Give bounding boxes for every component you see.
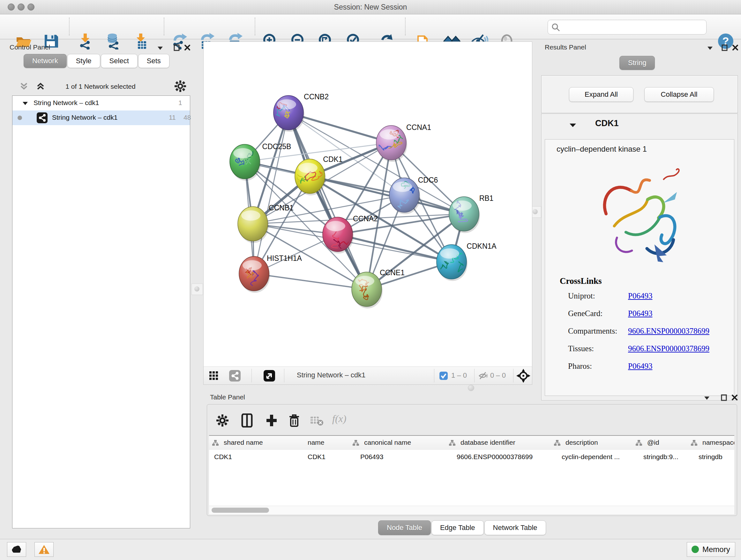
network-view-title: String Network – cdk1 <box>297 371 365 379</box>
network-node-CDKN1A[interactable] <box>436 245 468 281</box>
tab-network-table[interactable]: Network Table <box>484 520 546 535</box>
memory-button[interactable]: Memory <box>687 542 735 557</box>
tab-node-table[interactable]: Node Table <box>378 520 431 535</box>
table-panel-title: Table Panel <box>210 393 245 401</box>
results-panel-menu-icon[interactable] <box>706 45 714 52</box>
table-settings-gear-icon[interactable] <box>216 414 229 428</box>
separator <box>252 369 252 382</box>
string-view-icon[interactable] <box>229 370 241 383</box>
node-label-HIST1H1A: HIST1H1A <box>267 254 302 262</box>
expand-all-button[interactable]: Expand All <box>569 87 633 102</box>
hidden-eye-icon <box>478 371 488 381</box>
network-node-HIST1H1A[interactable] <box>239 256 270 293</box>
network-edge-HIST1H1A-CCNE1[interactable] <box>254 273 367 289</box>
table-cell[interactable]: CDK1 <box>209 450 297 463</box>
results-entry-box: CDK1 cyclin–dependent kinase 1 <box>541 114 738 400</box>
table-cell[interactable]: stringdb <box>688 450 734 463</box>
network-node-CDK1[interactable] <box>292 159 326 195</box>
birdseye-view-icon[interactable] <box>264 370 275 383</box>
tab-select[interactable]: Select <box>101 54 138 68</box>
column-header--id[interactable]: @id <box>632 436 688 450</box>
tab-edge-table[interactable]: Edge Table <box>431 520 484 535</box>
selected-checkbox-icon[interactable] <box>439 371 448 381</box>
function-builder-icon[interactable]: f(x) <box>332 413 346 425</box>
results-panel-close-icon[interactable] <box>732 44 739 52</box>
tab-network[interactable]: Network <box>23 54 67 68</box>
search-input[interactable] <box>562 21 704 34</box>
node-label-CCNA2: CCNA2 <box>353 214 378 223</box>
column-header-label: description <box>565 439 598 446</box>
table-cell[interactable]: stringdb:9... <box>632 450 688 463</box>
left-splitter-handle[interactable] <box>192 284 203 295</box>
table-cell[interactable]: 9606.ENSP00000378699 <box>446 450 551 463</box>
table-panel-float-icon[interactable] <box>720 394 728 403</box>
search-field[interactable] <box>548 20 706 35</box>
network-edge-CCNB2-CCNE1[interactable] <box>288 113 367 289</box>
network-list: String Network – cdk1 1 String Network –… <box>12 96 190 528</box>
entry-gene-name: CDK1 <box>595 118 619 128</box>
column-header-description[interactable]: description <box>551 436 633 450</box>
table-cell[interactable]: cyclin-dependent ... <box>551 450 632 463</box>
crosslink-link[interactable]: P06493 <box>628 362 652 371</box>
column-header-namespace[interactable]: namespace <box>688 436 734 450</box>
crosslink-link[interactable]: P06493 <box>628 309 652 318</box>
control-panel-float-icon[interactable] <box>173 44 181 53</box>
scrollbar-thumb[interactable] <box>212 508 269 513</box>
status-bar: Memory <box>0 539 741 560</box>
table-cell[interactable]: CDK1 <box>297 450 349 463</box>
table-horizontal-scrollbar[interactable] <box>209 506 734 514</box>
cloud-button[interactable] <box>7 542 26 557</box>
network-node-CCNB2[interactable] <box>270 96 305 132</box>
grid-view-icon[interactable] <box>209 371 218 381</box>
network-node-RB1[interactable] <box>449 197 480 233</box>
network-row[interactable]: String Network – cdk1 11 48 <box>12 111 190 125</box>
tree-expand-icon[interactable] <box>22 101 28 107</box>
network-canvas[interactable]: CCNB2CCNA1CDC25BCDK1CDC6RB1CCNB1CCNA2CDK… <box>203 42 532 367</box>
network-collection-label: String Network – cdk1 <box>33 99 99 107</box>
show-columns-icon[interactable] <box>241 414 254 429</box>
network-options-gear-icon[interactable] <box>174 80 186 94</box>
crosslink-link[interactable]: 9606.ENSP00000378699 <box>628 327 710 335</box>
table-panel-menu-icon[interactable] <box>703 395 711 402</box>
results-panel-float-icon[interactable] <box>721 44 729 53</box>
network-node-CCNE1[interactable] <box>352 272 383 308</box>
tab-style[interactable]: Style <box>67 54 100 68</box>
fit-content-crosshair-icon[interactable] <box>516 369 530 384</box>
network-node-CCNB1[interactable] <box>238 206 269 243</box>
tab-string[interactable]: String <box>619 56 655 70</box>
crosslink-link[interactable]: 9606.ENSP00000378699 <box>628 344 710 353</box>
crosslink-link[interactable]: P06493 <box>628 292 652 300</box>
toolbar-separator <box>405 17 406 36</box>
delete-table-icon[interactable] <box>310 415 324 428</box>
expand-all-networks-icon[interactable] <box>36 81 45 92</box>
collapse-all-networks-icon[interactable] <box>19 81 29 92</box>
create-column-icon[interactable] <box>265 414 278 429</box>
table-panel-close-icon[interactable] <box>731 394 738 402</box>
warnings-button[interactable] <box>35 542 54 557</box>
control-panel-menu-icon[interactable] <box>156 45 164 52</box>
column-header-name[interactable]: name <box>297 436 350 450</box>
entry-collapse-icon[interactable] <box>569 122 577 129</box>
window-title: Session: New Session <box>0 3 741 11</box>
column-header-label: @id <box>647 439 659 446</box>
table-cell[interactable]: P06493 <box>349 450 446 463</box>
network-graph[interactable]: CCNB2CCNA1CDC25BCDK1CDC6RB1CCNB1CCNA2CDK… <box>204 42 532 367</box>
tab-sets[interactable]: Sets <box>138 54 170 68</box>
network-label: String Network – cdk1 <box>52 114 118 121</box>
column-header-label: database identifier <box>461 439 515 446</box>
separator <box>513 369 514 382</box>
control-panel-close-icon[interactable] <box>184 44 191 52</box>
network-node-CDC6[interactable] <box>389 178 420 214</box>
collapse-all-button[interactable]: Collapse All <box>644 87 714 102</box>
column-header-canonical-name[interactable]: canonical name <box>349 436 446 450</box>
column-header-shared-name[interactable]: shared name <box>209 436 297 450</box>
crosslink-label: Pharos: <box>568 362 592 371</box>
delete-column-icon[interactable] <box>288 414 300 429</box>
network-node-CCNA1[interactable] <box>376 125 407 162</box>
node-table[interactable]: shared namenamecanonical namedatabase id… <box>209 435 734 506</box>
network-collection-row[interactable]: String Network – cdk1 1 <box>12 96 190 111</box>
network-edge-CCNB2-HIST1H1A[interactable] <box>254 113 288 273</box>
column-header-database-identifier[interactable]: database identifier <box>446 436 551 450</box>
crosslink-label: GeneCard: <box>568 309 603 318</box>
node-label-RB1: RB1 <box>479 194 494 202</box>
